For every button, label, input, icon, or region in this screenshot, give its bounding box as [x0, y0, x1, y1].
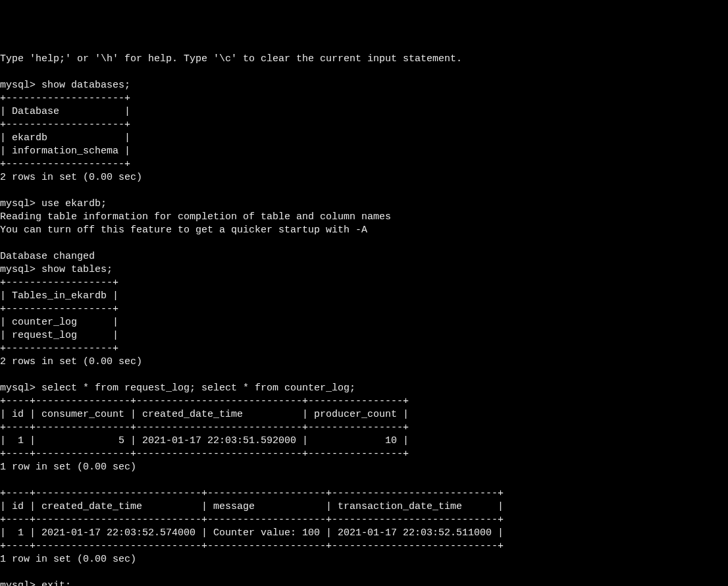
request-border: +----+----------------+-----------------…: [0, 422, 409, 433]
terminal-output[interactable]: Type 'help;' or '\h' for help. Type '\c'…: [0, 53, 728, 586]
mysql-prompt: mysql>: [0, 198, 36, 209]
cmd-show-databases: show databases;: [41, 80, 130, 91]
cmd-select-logs: select * from request_log; select * from…: [41, 383, 355, 394]
tables-row: | counter_log |: [0, 317, 118, 328]
result-text: 2 rows in set (0.00 sec): [0, 356, 142, 367]
request-border: +----+----------------+-----------------…: [0, 448, 409, 460]
db-row: | information_schema |: [0, 146, 130, 157]
request-header: | id | consumer_count | created_date_tim…: [0, 409, 409, 420]
result-text: 1 row in set (0.00 sec): [0, 462, 136, 473]
request-border: +----+----------------+-----------------…: [0, 396, 409, 407]
request-row: | 1 | 5 | 2021-01-17 22:03:51.592000 | 1…: [0, 435, 409, 446]
db-header: | Database |: [0, 106, 130, 117]
msg-reading: Reading table information for completion…: [0, 211, 391, 223]
mysql-prompt: mysql>: [0, 80, 36, 91]
counter-row: | 1 | 2021-01-17 22:03:52.574000 | Count…: [0, 527, 504, 539]
mysql-prompt: mysql>: [0, 383, 36, 394]
tables-header: | Tables_in_ekardb |: [0, 290, 118, 302]
tables-row: | request_log |: [0, 330, 118, 341]
tables-border: +------------------+: [0, 304, 118, 315]
mysql-prompt: mysql>: [0, 580, 36, 586]
db-border: +--------------------+: [0, 119, 130, 130]
db-border: +--------------------+: [0, 159, 130, 170]
tables-border: +------------------+: [0, 277, 118, 288]
msg-turnoff: You can turn off this feature to get a q…: [0, 225, 367, 236]
counter-border: +----+----------------------------+-----…: [0, 541, 504, 552]
counter-border: +----+----------------------------+-----…: [0, 514, 504, 525]
result-text: 1 row in set (0.00 sec): [0, 554, 136, 565]
help-text: Type 'help;' or '\h' for help. Type '\c'…: [0, 53, 462, 65]
result-text: 2 rows in set (0.00 sec): [0, 172, 142, 183]
msg-dbchanged: Database changed: [0, 251, 95, 262]
cmd-exit-mysql: exit;: [41, 580, 71, 586]
counter-header: | id | created_date_time | message | tra…: [0, 501, 504, 512]
db-border: +--------------------+: [0, 93, 130, 104]
tables-border: +------------------+: [0, 343, 118, 354]
cmd-use-db: use ekardb;: [41, 198, 107, 209]
counter-border: +----+----------------------------+-----…: [0, 488, 504, 499]
db-row: | ekardb |: [0, 132, 130, 144]
cmd-show-tables: show tables;: [41, 264, 113, 275]
mysql-prompt: mysql>: [0, 264, 36, 275]
